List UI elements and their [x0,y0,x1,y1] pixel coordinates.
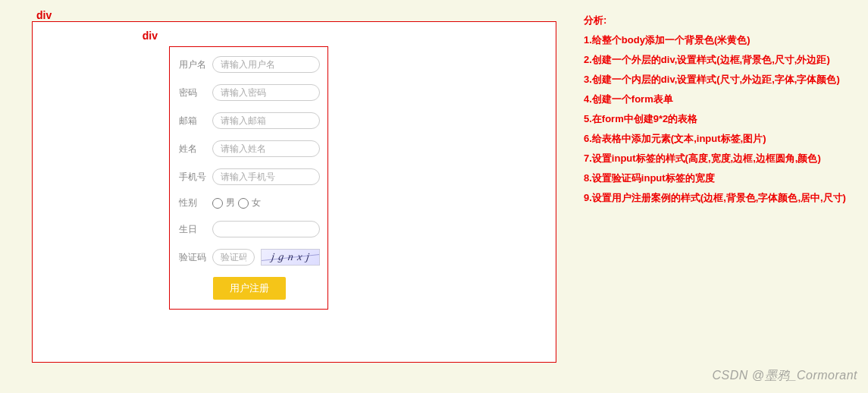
radio-female[interactable] [238,198,249,209]
input-captcha[interactable] [212,249,255,266]
form-container: 用户名 密码 邮箱 姓名 手机号 性别 [169,46,328,310]
radio-male-label: 男 [226,196,235,209]
input-name[interactable] [212,140,320,157]
analysis-step: 4.创建一个form表单 [584,90,846,109]
row-name: 姓名 [179,140,320,157]
row-captcha: 验证码 j g n x j [179,249,320,266]
analysis-step: 2.创建一个外层的div,设置样式(边框,背景色,尺寸,外边距) [584,50,846,70]
captcha-image[interactable]: j g n x j [261,249,320,266]
label-name: 姓名 [179,143,212,156]
submit-button[interactable]: 用户注册 [213,277,286,300]
input-password[interactable] [212,84,320,101]
row-birthday: 生日 [179,221,320,237]
analysis-step: 3.创建一个内层的div,设置样式(尺寸,外边距,字体,字体颜色) [584,70,846,90]
outer-container: div 用户名 密码 邮箱 姓名 手机号 [32,21,556,363]
inner-div-label: div [143,30,158,42]
row-submit: 用户注册 [179,277,320,300]
input-email[interactable] [212,112,320,129]
row-gender: 性别 男 女 [179,196,320,209]
label-email: 邮箱 [179,115,212,127]
radio-female-label: 女 [252,196,261,209]
row-email: 邮箱 [179,112,320,129]
label-gender: 性别 [179,196,212,209]
label-username: 用户名 [179,58,212,71]
watermark: CSDN @墨鸦_Cormorant [713,368,858,384]
label-phone: 手机号 [179,171,212,184]
input-birthday[interactable] [212,221,320,237]
captcha-text: j g n x j [270,251,310,263]
input-phone[interactable] [212,168,320,185]
analysis-step: 8.设置验证码input标签的宽度 [584,168,846,188]
analysis-step: 9.设置用户注册案例的样式(边框,背景色,字体颜色,居中,尺寸) [584,188,846,208]
outer-div-label: div [36,9,52,21]
label-captcha: 验证码 [179,251,212,264]
input-username[interactable] [212,56,320,73]
row-phone: 手机号 [179,168,320,185]
analysis-panel: 分析: 1.给整个body添加一个背景色(米黄色) 2.创建一个外层的div,设… [584,11,846,208]
label-birthday: 生日 [179,223,212,236]
row-password: 密码 [179,84,320,101]
analysis-step: 7.设置input标签的样式(高度,宽度,边框,边框圆角,颜色) [584,149,846,168]
gender-options: 男 女 [212,196,261,209]
radio-male[interactable] [212,198,223,209]
analysis-step: 1.给整个body添加一个背景色(米黄色) [584,30,846,50]
label-password: 密码 [179,86,212,99]
analysis-step: 6.给表格中添加元素(文本,input标签,图片) [584,129,846,149]
row-username: 用户名 [179,56,320,73]
analysis-step: 5.在form中创建9*2的表格 [584,109,846,129]
register-form: 用户名 密码 邮箱 姓名 手机号 性别 [179,56,320,300]
analysis-title: 分析: [584,11,846,30]
